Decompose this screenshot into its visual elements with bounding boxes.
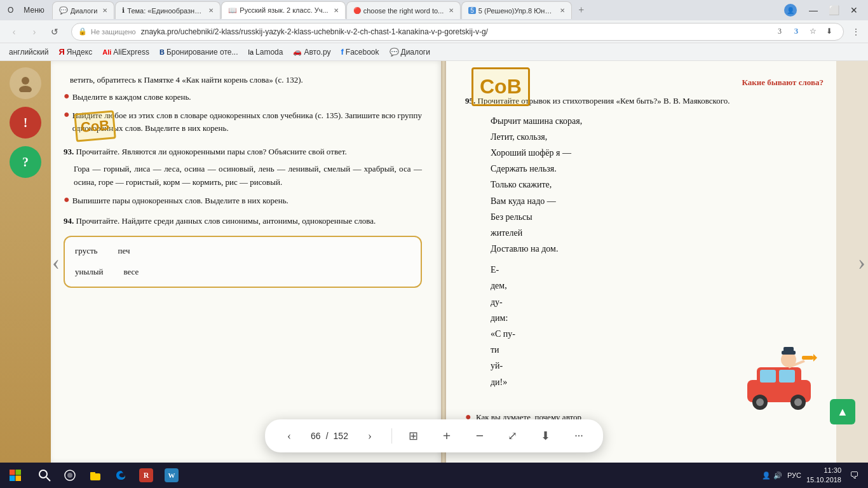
- forward-button[interactable]: ›: [25, 23, 43, 41]
- content-area: ! ? ‹ CoB ветить, обратитесь к Памятке 4…: [0, 61, 868, 463]
- tab-close-4[interactable]: ✕: [449, 7, 454, 14]
- bookmark-lamoda[interactable]: la Lamoda: [245, 46, 287, 58]
- taskbar-icons: R W: [31, 464, 186, 487]
- svg-rect-19: [16, 476, 22, 482]
- toolbar-zoomin-button[interactable]: +: [435, 424, 458, 447]
- svg-point-0: [22, 77, 29, 85]
- cob-text-top: CoB: [471, 67, 530, 106]
- title-bar: О Меню 💬 Диалоги ✕ ℹ Тема: «Единообразно…: [0, 0, 868, 20]
- maximize-button[interactable]: ⬜: [825, 3, 843, 17]
- close-button[interactable]: ✕: [845, 3, 863, 17]
- tab-russkiy[interactable]: 📖 Русский язык. 2 класс. Уч... ✕: [221, 1, 345, 19]
- back-button[interactable]: ‹: [5, 23, 23, 41]
- next-page-button[interactable]: ›: [858, 248, 865, 275]
- page-divider: [441, 61, 446, 463]
- toolbar-zoomout-button[interactable]: −: [468, 424, 491, 447]
- address-actions: 3 З ☆ ⬇: [772, 24, 837, 39]
- taskbar-files[interactable]: [84, 464, 107, 487]
- taskbar-red-app[interactable]: R: [135, 464, 158, 487]
- bullet-text-1: Выделите в каждом слове корень.: [72, 91, 191, 104]
- extensions-btn[interactable]: ⋮: [849, 25, 863, 39]
- toolbar-fullscreen-button[interactable]: ⤢: [501, 424, 524, 447]
- sidebar-icon-alert[interactable]: !: [10, 107, 41, 139]
- scroll-top-button[interactable]: ▲: [830, 399, 855, 424]
- taskbar-cortana[interactable]: [58, 464, 81, 487]
- taskbar-edge[interactable]: [109, 464, 132, 487]
- search-icon: [38, 469, 51, 482]
- exercise-row2: унылый весе: [75, 266, 410, 279]
- tab-label-5: 5 (Решено)Упр.8 Юнит 1 S...: [478, 7, 555, 15]
- toolbar-grid-button[interactable]: ⊞: [402, 424, 425, 447]
- lang-indicator[interactable]: РУС: [787, 471, 801, 479]
- addr-download-btn[interactable]: ⬇: [822, 24, 837, 39]
- taskbar-word[interactable]: W: [160, 464, 183, 487]
- tab-close-5[interactable]: ✕: [560, 7, 565, 14]
- address-bar[interactable]: 🔒 Не защищено znayka.pro/uchebniki/2-kla…: [71, 23, 844, 41]
- poem-line-2: Летит, скользя,: [491, 129, 824, 145]
- tab-tema[interactable]: ℹ Тема: «Единообразное н... ✕: [115, 1, 220, 19]
- notification-icon: 🗨: [850, 470, 858, 480]
- tab-dialogi[interactable]: 💬 Диалоги ✕: [52, 1, 115, 19]
- menu-item-menu[interactable]: Меню: [18, 0, 49, 20]
- toolbar-prev-button[interactable]: ‹: [278, 424, 301, 447]
- addr-Z-btn[interactable]: З: [789, 24, 804, 39]
- poem-line-13: дим:: [491, 310, 824, 326]
- bullet-item-2: ● Найдите любое из этих слов в словаре о…: [64, 109, 422, 136]
- poem-line-9: Доставлю на дом.: [491, 241, 824, 257]
- poem-line-6: Вам куда надо —: [491, 193, 824, 209]
- addr-star-btn[interactable]: ☆: [805, 24, 820, 39]
- dialogi-icon: 💬: [390, 48, 399, 57]
- date-display: 15.10.2018: [806, 475, 841, 485]
- toolbar-more-button[interactable]: ···: [567, 424, 590, 447]
- bookmark-dialogi[interactable]: 💬 Диалоги: [386, 46, 434, 58]
- page-current: 66: [311, 431, 321, 441]
- tab-favicon-5: 5: [468, 7, 476, 14]
- bookmark-auto-label: Авто.ру: [304, 48, 330, 57]
- sidebar-icon-question[interactable]: ?: [10, 146, 41, 178]
- tab-favicon-3: 📖: [228, 6, 237, 15]
- notifications-button[interactable]: 🗨: [846, 468, 862, 483]
- word-pech: печ: [118, 245, 130, 258]
- taskbar-search[interactable]: [33, 464, 56, 487]
- minimize-button[interactable]: —: [804, 3, 822, 17]
- menu-area: О Меню: [0, 0, 52, 20]
- toolbar-next-button[interactable]: ›: [358, 424, 381, 447]
- page-toolbar: ‹ 66 / 152 › ⊞ + − ⤢ ⬇ ···: [265, 419, 603, 452]
- tab-add-button[interactable]: +: [573, 1, 590, 19]
- poem-line-5: Только скажите,: [491, 177, 824, 193]
- bookmark-english[interactable]: английский: [5, 46, 52, 58]
- bullet-icon-1: ●: [64, 91, 70, 101]
- bookmark-ali-label: AliExpress: [113, 48, 149, 57]
- cob-text-left: CoB: [74, 110, 116, 142]
- svg-point-7: [756, 398, 764, 406]
- tab-close-1[interactable]: ✕: [102, 7, 107, 14]
- task93-title-text: Прочитайте. Являются ли однокоренными па…: [76, 147, 347, 156]
- profile-icon[interactable]: 👤: [784, 4, 797, 17]
- addr-3-btn[interactable]: 3: [772, 24, 787, 39]
- refresh-button[interactable]: ↺: [46, 23, 64, 41]
- svg-rect-25: [90, 472, 95, 475]
- tab-choose[interactable]: 🔴 choose the right word to... ✕: [346, 1, 461, 19]
- prev-page-button[interactable]: ‹: [52, 248, 60, 275]
- toolbar-download-button[interactable]: ⬇: [534, 424, 557, 447]
- ali-icon: Ali: [102, 48, 111, 56]
- bookmark-booking[interactable]: В Бронирование оте...: [156, 46, 242, 58]
- nav-bar: ‹ › ↺ 🔒 Не защищено znayka.pro/uchebniki…: [0, 20, 868, 43]
- bookmark-auto[interactable]: 🚗 Авто.ру: [289, 46, 334, 58]
- bullet-item-3: ● Выпишите пары однокоренных слов. Выдел…: [64, 194, 422, 208]
- sidebar-icon-user[interactable]: [10, 67, 41, 99]
- bookmark-yandex[interactable]: Я Яндекс: [55, 46, 96, 58]
- bookmark-facebook[interactable]: f Facebook: [337, 46, 383, 58]
- svg-rect-4: [760, 370, 776, 383]
- tab-label-2: Тема: «Единообразное н...: [127, 7, 203, 15]
- driver-svg: [741, 336, 817, 412]
- tab-close-2[interactable]: ✕: [208, 7, 214, 14]
- menu-item-o[interactable]: О: [3, 0, 18, 20]
- bookmark-ali[interactable]: Ali AliExpress: [98, 46, 153, 58]
- tab-close-3[interactable]: ✕: [334, 7, 339, 14]
- start-button[interactable]: [0, 463, 31, 488]
- tab-resheno[interactable]: 5 5 (Решено)Упр.8 Юнит 1 S... ✕: [461, 1, 572, 19]
- tab-label-3: Русский язык. 2 класс. Уч...: [240, 6, 328, 14]
- cob-stamp-left: CoB: [74, 110, 116, 142]
- window-controls: 👤 — ⬜ ✕: [779, 3, 868, 17]
